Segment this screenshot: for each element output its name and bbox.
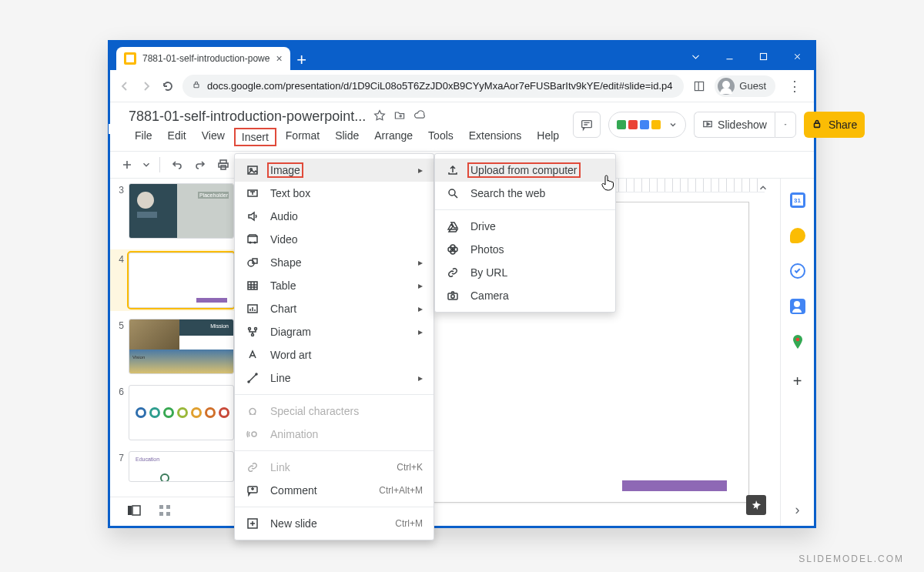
thumb-row[interactable]: 7Education: [113, 451, 234, 482]
avatar-icon: [718, 78, 735, 95]
svg-point-9: [795, 338, 799, 342]
move-icon[interactable]: [393, 109, 406, 125]
meet-button[interactable]: [608, 112, 686, 138]
thumb-row[interactable]: 5MissionVision: [113, 319, 234, 374]
forward-button[interactable]: [139, 79, 153, 93]
slide-thumbnail[interactable]: MissionVision: [129, 319, 234, 374]
document-title[interactable]: 7881-01-self-introduction-powerpoint...: [129, 109, 366, 125]
chrome-menu-button[interactable]: ⋮: [783, 78, 806, 95]
svg-rect-24: [248, 282, 257, 289]
menu-item-label: Shape: [270, 256, 392, 269]
image-item-photos[interactable]: Photos: [435, 238, 615, 261]
reload-button[interactable]: [161, 79, 175, 93]
insert-item-new-slide[interactable]: New slideCtrl+M: [235, 512, 434, 535]
app-header: 7881-01-self-introduction-powerpoint... …: [110, 102, 814, 146]
thumb-row[interactable]: 3Placeholder: [113, 183, 234, 239]
insert-item-word-art[interactable]: Word art: [235, 343, 434, 366]
menu-separator: [235, 450, 434, 451]
back-button[interactable]: [118, 79, 132, 93]
menu-item-label: Word art: [270, 349, 423, 361]
insert-item-comment[interactable]: CommentCtrl+Alt+M: [235, 479, 434, 502]
browser-tab[interactable]: 7881-01-self-introduction-powe ×: [116, 47, 290, 70]
image-item-upload-from-computer[interactable]: Upload from computer: [435, 159, 615, 182]
svg-rect-13: [166, 505, 170, 509]
cloud-status-icon[interactable]: [413, 109, 426, 125]
image-item-camera[interactable]: Camera: [435, 284, 615, 307]
redo-button[interactable]: [191, 156, 209, 174]
insert-item-line[interactable]: Line▸: [235, 366, 434, 390]
image-item-by-url[interactable]: By URL: [435, 261, 615, 284]
menu-item-label: Drive: [470, 220, 604, 232]
profile-button[interactable]: Guest: [715, 75, 775, 97]
slide-thumbnail-panel[interactable]: 3Placeholder45MissionVision67Education: [110, 179, 241, 526]
slide-thumbnail[interactable]: [129, 253, 234, 308]
svg-rect-0: [760, 53, 766, 59]
insert-item-text-box[interactable]: Text box: [235, 182, 434, 205]
slide-thumbnail[interactable]: Placeholder: [129, 183, 234, 239]
menu-item-label: Table: [270, 279, 392, 292]
titlebar: 7881-01-self-introduction-powe × +: [110, 42, 814, 70]
insert-item-video[interactable]: Video: [235, 228, 434, 251]
diagram-icon: [246, 326, 259, 338]
thumb-row[interactable]: 6: [113, 385, 234, 440]
image-item-drive[interactable]: Drive: [435, 215, 615, 238]
menu-file[interactable]: File: [129, 128, 159, 146]
slideshow-dropdown-button[interactable]: [775, 112, 796, 138]
menu-tools[interactable]: Tools: [422, 128, 460, 146]
keep-icon[interactable]: [790, 228, 805, 243]
menu-format[interactable]: Format: [280, 128, 326, 146]
maximize-button[interactable]: [746, 42, 780, 70]
slideshow-button[interactable]: Slideshow: [694, 112, 775, 138]
add-on-button[interactable]: +: [793, 373, 802, 390]
new-slide-button[interactable]: [118, 156, 136, 174]
share-button[interactable]: Share: [804, 112, 865, 138]
tab-close-icon[interactable]: ×: [276, 52, 282, 65]
slide-shape[interactable]: [622, 480, 727, 491]
menu-view[interactable]: View: [196, 128, 231, 146]
omnibox[interactable]: docs.google.com/presentation/d/1D9CiL08o…: [182, 75, 684, 98]
contacts-icon[interactable]: [790, 299, 805, 314]
share-label: Share: [829, 119, 857, 131]
slide-thumbnail[interactable]: [129, 385, 234, 440]
star-icon[interactable]: [373, 109, 386, 125]
menu-item-label: Comment: [270, 484, 368, 497]
image-item-search-the-web[interactable]: Search the web: [435, 182, 615, 205]
comments-history-button[interactable]: [573, 112, 601, 138]
insert-item-audio[interactable]: Audio: [235, 205, 434, 228]
hide-side-panel-button[interactable]: ›: [795, 502, 800, 518]
menu-slide[interactable]: Slide: [329, 128, 365, 146]
tab-search-button[interactable]: [678, 42, 712, 70]
omega-icon: [246, 405, 259, 417]
insert-item-image[interactable]: Image▸: [235, 159, 434, 182]
insert-item-table[interactable]: Table▸: [235, 274, 434, 297]
insert-item-shape[interactable]: Shape▸: [235, 251, 434, 274]
svg-rect-11: [132, 506, 140, 515]
close-window-button[interactable]: [780, 42, 814, 70]
print-button[interactable]: [214, 156, 233, 174]
reading-list-icon[interactable]: [691, 79, 707, 94]
menu-edit[interactable]: Edit: [162, 128, 192, 146]
insert-item-diagram[interactable]: Diagram▸: [235, 320, 434, 343]
thumb-row[interactable]: 4: [110, 249, 240, 311]
menu-extensions[interactable]: Extensions: [463, 128, 527, 146]
menu-arrange[interactable]: Arrange: [368, 128, 419, 146]
new-tab-button[interactable]: +: [290, 50, 313, 70]
calendar-icon[interactable]: 31: [790, 192, 805, 208]
collapse-panel-button[interactable]: [754, 179, 772, 197]
insert-item-chart[interactable]: Chart▸: [235, 297, 434, 320]
minimize-button[interactable]: [712, 42, 746, 70]
explore-button[interactable]: [746, 495, 766, 515]
menu-help[interactable]: Help: [531, 128, 565, 146]
menu-item-label: Search the web: [470, 187, 604, 199]
slide-thumbnail[interactable]: Education: [129, 451, 234, 482]
link-icon: [446, 266, 460, 279]
tasks-icon[interactable]: [790, 263, 805, 279]
grid-view-button[interactable]: [158, 503, 172, 520]
drive-icon: [446, 220, 460, 232]
filmstrip-view-button[interactable]: [127, 503, 141, 520]
undo-button[interactable]: [168, 156, 186, 174]
new-slide-dropdown[interactable]: [141, 156, 152, 174]
thumb-number: 5: [113, 319, 124, 331]
menu-insert[interactable]: Insert: [234, 128, 276, 146]
maps-icon[interactable]: [790, 334, 805, 350]
